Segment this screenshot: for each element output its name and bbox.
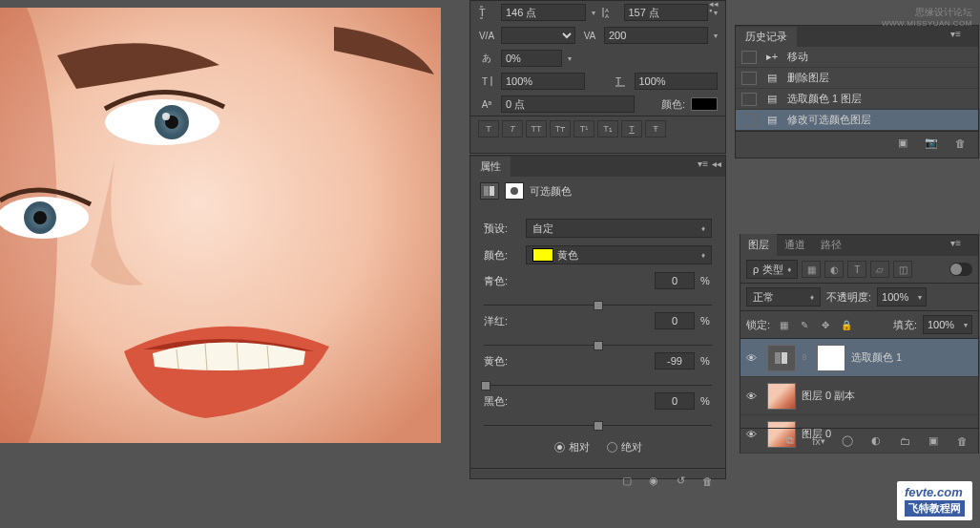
delete-icon[interactable]: 🗑 (951, 136, 969, 151)
history-source-checkbox[interactable] (741, 51, 757, 64)
magenta-value[interactable] (655, 312, 695, 329)
text-color-swatch[interactable] (691, 97, 718, 111)
preset-label: 预设: (484, 222, 520, 236)
leading-input[interactable] (624, 4, 709, 21)
baseline-icon: Aª (478, 96, 495, 112)
allcaps-button[interactable]: TT (526, 120, 547, 137)
adjustment-thumbnail (767, 345, 796, 371)
preset-select[interactable]: 自定♦ (526, 219, 712, 238)
filter-pixel-icon[interactable]: ▦ (802, 261, 821, 278)
new-document-icon[interactable]: ▣ (894, 136, 911, 151)
vscale-input[interactable] (501, 73, 585, 90)
tab-layers[interactable]: 图层 (740, 234, 777, 256)
clip-icon[interactable]: ▢ (618, 474, 636, 489)
subscript-button[interactable]: T₁ (597, 120, 618, 137)
filter-shape-icon[interactable]: ▱ (870, 261, 889, 278)
history-source-checkbox[interactable] (741, 93, 757, 106)
layer-item[interactable]: 👁 图层 0 副本 (740, 377, 978, 415)
view-previous-icon[interactable]: ◉ (645, 474, 662, 489)
hscale-input[interactable] (635, 73, 719, 90)
tracking-input[interactable] (604, 27, 708, 44)
document-icon: ▤ (764, 114, 780, 127)
tsume-input[interactable] (501, 50, 562, 67)
dropdown-arrow-icon[interactable]: ▾ (592, 9, 595, 17)
absolute-radio[interactable]: 绝对 (607, 440, 642, 454)
strike-button[interactable]: Ŧ (645, 120, 666, 137)
colors-select[interactable]: 黄色 ♦ (526, 245, 712, 264)
delete-icon[interactable]: 🗑 (699, 474, 716, 489)
layer-item[interactable]: 👁 𝟾 选取颜色 1 (740, 339, 978, 377)
layer-thumbnail (767, 383, 796, 410)
filter-type-icon[interactable]: T (847, 261, 866, 278)
document-canvas[interactable] (0, 8, 441, 443)
watermark-top: 思缘设计论坛 WWW.MISSYUAN.COM (882, 6, 972, 28)
delete-layer-icon[interactable]: 🗑 (953, 433, 970, 449)
tsume-icon: あ (478, 51, 495, 66)
black-label: 黑色: (484, 394, 520, 409)
panel-close-icon[interactable]: ◂◂ (712, 158, 721, 169)
reset-icon[interactable]: ↺ (672, 474, 689, 489)
panel-collapse-icon[interactable]: ◂◂▪ (709, 1, 722, 14)
panel-menu-icon[interactable]: ▾≡ (950, 29, 961, 39)
panel-menu-icon[interactable]: ▾≡ (950, 238, 961, 248)
adjustment-icon[interactable] (480, 182, 499, 200)
filter-kind-select[interactable]: ρ类型♦ (746, 260, 798, 279)
history-tab[interactable]: 历史记录 (736, 27, 797, 47)
layer-mask-icon[interactable]: ◯ (839, 433, 856, 449)
yellow-value[interactable] (655, 352, 695, 370)
svg-text:T: T (479, 7, 486, 18)
new-group-icon[interactable]: 🗀 (896, 433, 913, 449)
svg-rect-20 (775, 352, 781, 364)
filter-smart-icon[interactable]: ◫ (893, 261, 912, 278)
lock-all-icon[interactable]: 🔒 (839, 318, 854, 331)
history-item[interactable]: ▸+ 移动 (736, 47, 978, 68)
filter-toggle[interactable] (949, 263, 972, 276)
cyan-value[interactable] (655, 272, 695, 289)
history-source-checkbox[interactable] (741, 114, 757, 127)
svg-point-8 (33, 211, 47, 224)
svg-point-5 (162, 113, 170, 120)
link-layers-icon[interactable]: ⧉ (782, 433, 799, 449)
font-size-input[interactable] (501, 4, 586, 21)
blend-mode-select[interactable]: 正常♦ (746, 287, 821, 306)
history-item[interactable]: ▤ 选取颜色 1 图层 (736, 89, 978, 110)
bold-button[interactable]: T (478, 120, 499, 137)
tab-paths[interactable]: 路径 (813, 234, 849, 256)
layer-style-icon[interactable]: fx▾ (810, 433, 827, 449)
black-value[interactable] (655, 392, 695, 410)
new-adjustment-icon[interactable]: ◐ (867, 433, 885, 449)
lock-transparency-icon[interactable]: ▦ (776, 318, 791, 331)
dropdown-arrow-icon[interactable]: ▾ (714, 32, 718, 40)
italic-button[interactable]: T (502, 120, 523, 137)
black-slider[interactable] (484, 410, 712, 423)
baseline-input[interactable] (501, 95, 635, 113)
tab-channels[interactable]: 通道 (777, 234, 813, 256)
visibility-icon[interactable]: 👁 (746, 352, 761, 364)
mask-icon[interactable] (505, 182, 524, 200)
fill-input[interactable]: 100%▾ (923, 315, 972, 334)
panel-menu-icon[interactable]: ▾≡ (698, 158, 708, 169)
superscript-button[interactable]: T¹ (573, 120, 594, 137)
history-source-checkbox[interactable] (741, 72, 757, 85)
magenta-slider[interactable] (484, 329, 712, 343)
yellow-swatch-icon (532, 248, 553, 262)
move-icon: ▸+ (764, 51, 780, 64)
filter-adjustment-icon[interactable]: ◐ (824, 261, 844, 278)
yellow-slider[interactable] (484, 370, 712, 383)
lock-position-icon[interactable]: ✥ (818, 318, 833, 331)
new-layer-icon[interactable]: ▣ (925, 433, 942, 449)
kerning-select[interactable] (501, 27, 575, 44)
relative-radio[interactable]: 相对 (554, 440, 590, 454)
history-item[interactable]: ▤ 修改可选颜色图层 (736, 110, 978, 131)
dropdown-arrow-icon[interactable]: ▾ (568, 54, 572, 63)
lock-pixels-icon[interactable]: ✎ (797, 318, 812, 331)
underline-button[interactable]: T (621, 120, 642, 137)
svg-rect-19 (490, 186, 494, 196)
new-snapshot-icon[interactable]: 📷 (923, 136, 940, 151)
opacity-input[interactable]: 100%▾ (877, 287, 927, 306)
visibility-icon[interactable]: 👁 (746, 391, 761, 402)
cyan-slider[interactable] (484, 289, 712, 303)
history-item[interactable]: ▤ 删除图层 (736, 68, 978, 89)
properties-tab[interactable]: 属性 (470, 157, 511, 177)
smallcaps-button[interactable]: Tᴛ (550, 120, 571, 137)
